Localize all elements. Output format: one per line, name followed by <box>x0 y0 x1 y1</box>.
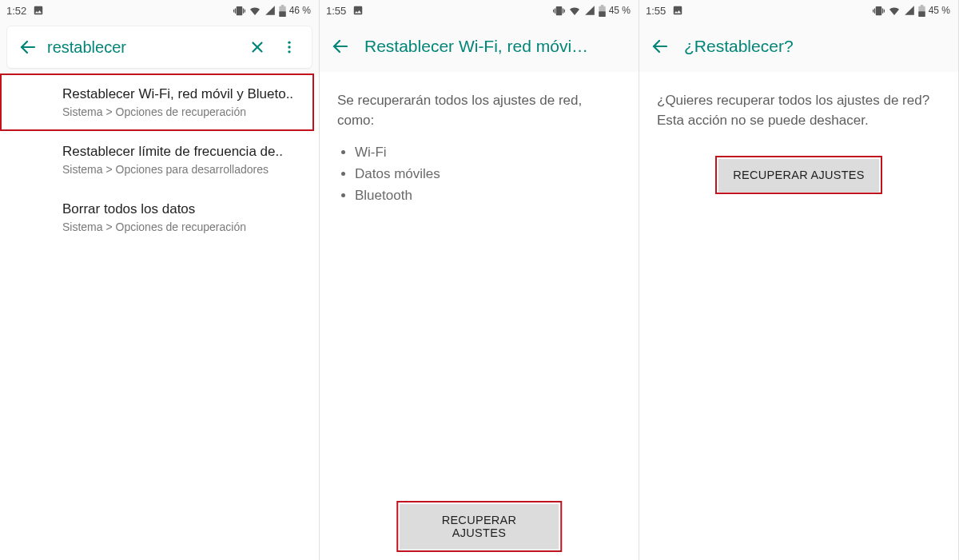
reset-items-list: Wi-Fi Datos móviles Bluetooth <box>337 143 621 205</box>
page-title: ¿Restablecer? <box>676 37 794 56</box>
screen-reset-network: 1:55 45 % Restablecer Wi-Fi, red móvi… S… <box>320 0 639 560</box>
svg-point-4 <box>288 42 290 44</box>
status-time: 1:55 <box>646 5 666 17</box>
status-battery: 45 % <box>609 5 631 16</box>
svg-point-5 <box>288 46 290 48</box>
clear-search-button[interactable] <box>241 31 273 63</box>
list-item: Bluetooth <box>355 186 621 206</box>
signal-icon <box>584 5 595 16</box>
result-breadcrumb: Sistema > Opciones para desarrolladores <box>62 163 306 176</box>
screen-search: 1:52 46 % restablecer Restablecer Wi-Fi,… <box>0 0 320 560</box>
signal-icon <box>904 5 915 16</box>
status-time: 1:55 <box>326 5 346 17</box>
result-item-reset-freq[interactable]: Restablecer límite de frecuencia de.. Si… <box>0 131 319 189</box>
list-item: Wi-Fi <box>355 143 621 163</box>
vibrate-icon <box>553 5 565 17</box>
app-bar: ¿Restablecer? <box>639 21 958 72</box>
svg-point-6 <box>288 50 290 53</box>
battery-icon <box>599 5 606 17</box>
content-area: ¿Quieres recuperar todos los ajustes de … <box>639 72 958 560</box>
image-icon <box>352 5 364 16</box>
search-card: restablecer <box>6 26 312 69</box>
highlight-box: RECUPERAR AJUSTES <box>400 504 559 549</box>
list-item: Datos móviles <box>355 165 621 185</box>
result-title: Restablecer límite de frecuencia de.. <box>62 144 306 160</box>
back-button[interactable] <box>12 31 44 63</box>
recover-settings-button[interactable]: RECUPERAR AJUSTES <box>400 504 559 549</box>
recover-settings-button[interactable]: RECUPERAR AJUSTES <box>718 159 879 191</box>
battery-icon <box>918 5 925 17</box>
app-bar: Restablecer Wi-Fi, red móvi… <box>320 21 639 72</box>
status-battery: 46 % <box>289 5 311 16</box>
search-results: Restablecer Wi-Fi, red móvil y Blueto.. … <box>0 73 319 560</box>
result-title: Borrar todos los datos <box>62 201 306 217</box>
back-button[interactable] <box>324 30 356 62</box>
svg-rect-0 <box>279 11 285 17</box>
intro-text: Se recuperarán todos los ajustes de red,… <box>337 91 621 130</box>
status-bar: 1:55 45 % <box>320 0 639 21</box>
result-breadcrumb: Sistema > Opciones de recuperación <box>62 105 301 118</box>
image-icon <box>672 5 683 16</box>
svg-rect-7 <box>599 11 605 17</box>
battery-icon <box>279 5 286 17</box>
vibrate-icon <box>233 5 245 17</box>
screen-confirm-reset: 1:55 45 % ¿Restablecer? ¿Quieres recuper… <box>639 0 959 560</box>
back-button[interactable] <box>644 30 676 62</box>
wifi-icon <box>249 4 261 17</box>
search-input[interactable]: restablecer <box>44 38 241 57</box>
result-item-reset-network[interactable]: Restablecer Wi-Fi, red móvil y Blueto.. … <box>0 73 314 131</box>
highlight-box: RECUPERAR AJUSTES <box>718 159 879 191</box>
result-breadcrumb: Sistema > Opciones de recuperación <box>62 220 306 233</box>
wifi-icon <box>568 4 581 17</box>
vibrate-icon <box>873 5 885 17</box>
status-bar: 1:52 46 % <box>0 0 319 21</box>
result-item-erase-all[interactable]: Borrar todos los datos Sistema > Opcione… <box>0 189 319 246</box>
status-bar: 1:55 45 % <box>639 0 958 21</box>
confirm-text: ¿Quieres recuperar todos los ajustes de … <box>657 91 941 130</box>
svg-rect-9 <box>918 11 925 17</box>
status-time: 1:52 <box>6 5 26 17</box>
more-menu-button[interactable] <box>273 31 305 63</box>
result-title: Restablecer Wi-Fi, red móvil y Blueto.. <box>62 86 301 102</box>
status-battery: 45 % <box>929 5 950 16</box>
page-title: Restablecer Wi-Fi, red móvi… <box>356 37 588 56</box>
wifi-icon <box>888 4 901 17</box>
signal-icon <box>265 5 276 16</box>
image-icon <box>33 5 44 16</box>
content-area: Se recuperarán todos los ajustes de red,… <box>320 72 639 560</box>
